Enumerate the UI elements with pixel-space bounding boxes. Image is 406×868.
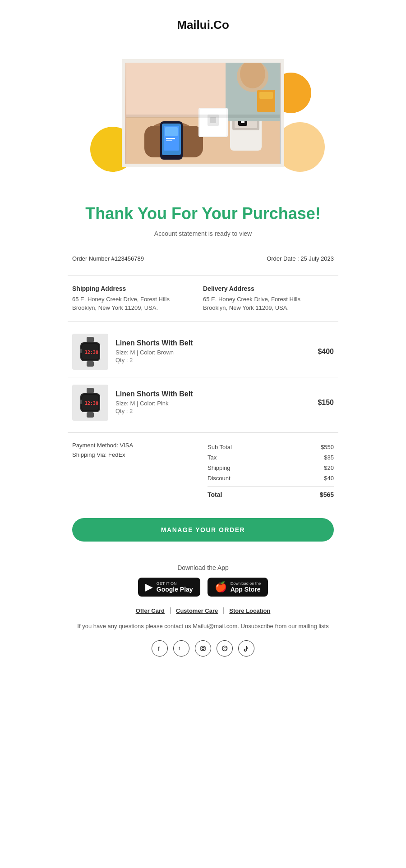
- tax-row: Tax $35: [208, 452, 334, 463]
- sub-total-row: Sub Total $550: [208, 442, 334, 452]
- facebook-icon[interactable]: f: [152, 640, 168, 657]
- order-meta-row: Order Number #123456789 Order Date : 25 …: [72, 255, 334, 262]
- tiktok-icon[interactable]: [238, 640, 254, 657]
- tax-value: $35: [324, 454, 334, 461]
- social-icons: f t: [72, 640, 334, 657]
- item-details-2: Linen Shorts With Belt Size: M | Color: …: [108, 390, 318, 415]
- hero-section: [68, 46, 338, 181]
- item-qty-1: Qty : 2: [115, 357, 310, 363]
- sub-total-value: $550: [321, 444, 334, 450]
- header: Mailui.Co: [68, 9, 338, 37]
- discount-row: Discount $40: [208, 473, 334, 483]
- svg-point-46: [222, 646, 227, 651]
- item-name-2: Linen Shorts With Belt: [115, 390, 310, 398]
- delivery-address-line2: Brooklyn, New York 11209, USA.: [203, 303, 334, 312]
- shipping-address-line2: Brooklyn, New York 11209, USA.: [72, 303, 203, 312]
- google-play-text: GET IT ON Google Play: [157, 581, 193, 593]
- order-date: Order Date : 25 July 2023: [267, 255, 334, 262]
- twitter-icon[interactable]: t: [173, 640, 189, 657]
- shipping-via-label: Shipping Via: FedEx: [72, 451, 198, 458]
- app-store-button[interactable]: 🍎 Download on the App Store: [208, 578, 268, 597]
- app-store-large: App Store: [231, 586, 261, 593]
- svg-text:12:30: 12:30: [85, 350, 98, 355]
- app-store-text: Download on the App Store: [231, 581, 261, 593]
- item-price-2: $150: [318, 399, 334, 407]
- shipping-row: Shipping $20: [208, 463, 334, 473]
- customer-care-link[interactable]: Customer Care: [176, 607, 218, 614]
- svg-point-44: [202, 647, 204, 649]
- google-play-large: Google Play: [157, 586, 193, 593]
- total-value: $565: [320, 491, 334, 498]
- offer-card-link[interactable]: Offer Card: [136, 607, 165, 614]
- logo: Mailui.Co: [177, 18, 229, 32]
- svg-rect-34: [87, 388, 94, 393]
- discount-value: $40: [324, 475, 334, 482]
- item-image-1: 12:30: [72, 334, 108, 370]
- svg-text:12:30: 12:30: [85, 401, 98, 406]
- price-summary: Sub Total $550 Tax $35 Shipping $20 Disc…: [208, 442, 334, 500]
- svg-rect-25: [259, 92, 273, 99]
- shipping-address-block: Shipping Address 65 E. Honey Creek Drive…: [72, 285, 203, 312]
- delivery-address-block: Delivery Address 65 E. Honey Creek Drive…: [203, 285, 334, 312]
- svg-rect-33: [80, 349, 82, 353]
- svg-rect-35: [87, 412, 94, 418]
- dribbble-icon[interactable]: [217, 640, 233, 657]
- shipping-address-line1: 65 E. Honey Creek Drive, Forest Hills: [72, 295, 203, 304]
- svg-point-45: [204, 647, 205, 648]
- hero-image-frame: [122, 59, 284, 167]
- svg-rect-40: [80, 400, 82, 404]
- shipping-value: $20: [324, 464, 334, 471]
- total-label: Total: [208, 491, 222, 498]
- item-image-2: 12:30: [72, 385, 108, 421]
- footer-links: Offer Card | Customer Care | Store Locat…: [72, 606, 334, 615]
- svg-text:t: t: [179, 646, 180, 651]
- payment-section: Payment Method: VISA Shipping Via: FedEx…: [68, 433, 338, 509]
- delivery-address-line1: 65 E. Honey Creek Drive, Forest Hills: [203, 295, 334, 304]
- hero-illustration: [126, 63, 280, 164]
- google-play-small: GET IT ON: [157, 581, 193, 586]
- order-item: 12:30 Linen Shorts With Belt Size: M | C…: [68, 377, 338, 428]
- footer: Download the App ▶ GET IT ON Google Play…: [68, 555, 338, 670]
- store-location-link[interactable]: Store Location: [229, 607, 270, 614]
- thank-you-title: Thank You For Your Purchase!: [77, 203, 329, 225]
- manage-order-button[interactable]: MANAGE YOUR ORDER: [72, 518, 334, 542]
- svg-text:f: f: [158, 645, 160, 652]
- address-section: Shipping Address 65 E. Honey Creek Drive…: [68, 276, 338, 322]
- item-name-1: Linen Shorts With Belt: [115, 339, 310, 347]
- svg-rect-27: [87, 337, 94, 342]
- discount-label: Discount: [208, 475, 231, 482]
- svg-rect-9: [166, 140, 172, 141]
- google-play-button[interactable]: ▶ GET IT ON Google Play: [138, 578, 200, 597]
- svg-rect-26: [126, 115, 280, 118]
- order-items: 12:30 Linen Shorts With Belt Size: M | C…: [68, 322, 338, 433]
- item-price-1: $400: [318, 348, 334, 356]
- svg-rect-7: [165, 127, 178, 136]
- order-details: Order Number #123456789 Order Date : 25 …: [68, 246, 338, 276]
- svg-rect-8: [166, 138, 175, 139]
- shipping-label: Shipping: [208, 464, 231, 471]
- svg-rect-28: [87, 361, 94, 367]
- google-play-icon: ▶: [145, 581, 153, 593]
- thank-you-section: Thank You For Your Purchase! Account sta…: [68, 190, 338, 246]
- link-separator-1: |: [169, 606, 173, 614]
- tax-label: Tax: [208, 454, 217, 461]
- order-item: 12:30 Linen Shorts With Belt Size: M | C…: [68, 326, 338, 377]
- item-details-1: Linen Shorts With Belt Size: M | Color: …: [108, 339, 318, 364]
- cta-section: MANAGE YOUR ORDER: [68, 509, 338, 555]
- hero-image: [125, 63, 281, 164]
- apple-icon: 🍎: [215, 581, 227, 593]
- link-separator-2: |: [223, 606, 227, 614]
- thank-you-subtitle: Account statement is ready to view: [77, 230, 329, 237]
- contact-text: If you have any questions please contact…: [77, 623, 328, 629]
- total-row: Total $565: [208, 486, 334, 500]
- footer-contact: If you have any questions please contact…: [72, 622, 334, 631]
- item-size-2: Size: M | Color: Pink: [115, 400, 310, 407]
- delivery-address-label: Delivery Address: [203, 285, 334, 292]
- shipping-address-label: Shipping Address: [72, 285, 203, 292]
- order-number: Order Number #123456789: [72, 255, 144, 262]
- sub-total-label: Sub Total: [208, 444, 232, 450]
- instagram-icon[interactable]: [195, 640, 211, 657]
- item-qty-2: Qty : 2: [115, 408, 310, 414]
- app-buttons: ▶ GET IT ON Google Play 🍎 Download on th…: [72, 578, 334, 597]
- app-store-small: Download on the: [231, 581, 261, 586]
